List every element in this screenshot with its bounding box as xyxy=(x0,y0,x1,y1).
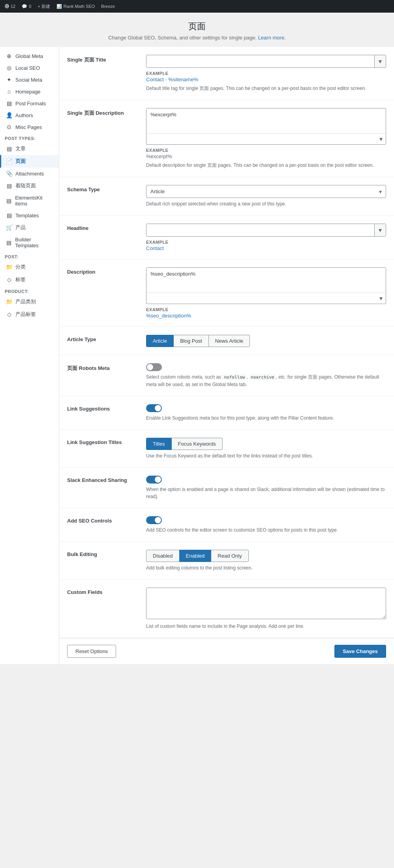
social-meta-icon: ✦ xyxy=(6,77,12,83)
post-formats-icon: ▤ xyxy=(6,100,12,106)
attachments-icon: 📎 xyxy=(6,170,12,177)
sidebar-label-builder-templates: Builder Templates xyxy=(15,237,54,248)
control-custom-fields: List of custom fields name to include in… xyxy=(146,588,386,630)
label-seo-controls: Add SEO Controls xyxy=(67,516,138,534)
label-schema-type: Schema Type xyxy=(67,185,138,207)
single-description-example-value: %excerpt% xyxy=(146,153,386,159)
row-custom-fields: Custom Fields List of custom fields name… xyxy=(59,580,394,638)
sidebar-item-authors[interactable]: 👤 Authors xyxy=(0,109,59,121)
sidebar-item-global-meta[interactable]: ⊕ Global Meta xyxy=(0,50,59,62)
sidebar-item-biaoqian[interactable]: ◇ 标签 xyxy=(0,273,59,286)
sidebar-item-chanpin-biaoqian[interactable]: ◇ 产品标签 xyxy=(0,308,59,321)
schema-type-help: Default rich snippet selected when creat… xyxy=(146,200,386,207)
reset-options-button[interactable]: Reset Options xyxy=(67,645,116,658)
label-slack-sharing: Slack Enhanced Sharing xyxy=(67,476,138,500)
seo-controls-toggle[interactable] xyxy=(146,516,162,524)
row-single-title: Single 页面 Title %title% %sep% %sitename%… xyxy=(59,47,394,100)
article-type-btn-group: Article Blog Post News Article xyxy=(146,335,386,347)
sidebar-label-chanpin: 产品 xyxy=(15,224,26,231)
sidebar-item-elementskit[interactable]: ▤ ElementsKit items xyxy=(0,192,59,209)
robots-meta-toggle[interactable] xyxy=(146,363,162,371)
admin-bar-new[interactable]: + 新建 xyxy=(38,4,50,9)
admin-bar-breeze[interactable]: Breeze xyxy=(101,4,115,9)
control-single-description: ▾ EXAMPLE %excerpt% Default description … xyxy=(146,108,386,169)
custom-fields-textarea[interactable] xyxy=(146,588,386,619)
description-textarea[interactable] xyxy=(146,268,386,291)
sidebar-item-homepage[interactable]: ⌂ Homepage xyxy=(0,86,59,97)
save-changes-button[interactable]: Save Changes xyxy=(334,645,386,658)
row-schema-type: Schema Type None Article BlogPosting New… xyxy=(59,177,394,216)
single-description-textarea[interactable] xyxy=(146,108,386,132)
control-bulk-editing: Disabled Enabled Read Only Add bulk edit… xyxy=(146,550,386,571)
headline-input[interactable]: %seo_title% xyxy=(146,224,374,236)
label-link-suggestions: Link Suggestions xyxy=(67,404,138,422)
schema-type-select[interactable]: None Article BlogPosting NewsArticle Web… xyxy=(146,185,375,198)
sidebar-item-fenlei[interactable]: 📁 分类 xyxy=(0,261,59,273)
description-dropdown-btn[interactable]: ▾ xyxy=(379,295,383,302)
content-area: Single 页面 Title %title% %sep% %sitename%… xyxy=(59,47,394,664)
link-suggestion-titles-btn-titles[interactable]: Titles xyxy=(146,438,172,450)
control-seo-controls: Add SEO controls for the editor screen t… xyxy=(146,516,386,534)
sidebar-item-social-meta[interactable]: ✦ Social Meta xyxy=(0,74,59,86)
link-suggestion-titles-btn-keywords[interactable]: Focus Keywords xyxy=(171,438,223,450)
slack-sharing-toggle[interactable] xyxy=(146,476,162,483)
learn-more-link[interactable]: Learn more xyxy=(258,35,284,41)
footer-bar: Reset Options Save Changes xyxy=(59,638,394,664)
chanpin-icon: 🛒 xyxy=(6,224,12,231)
sidebar-label-social-meta: Social Meta xyxy=(15,77,42,83)
bulk-editing-btn-enabled[interactable]: Enabled xyxy=(179,550,212,562)
single-description-dropdown-btn[interactable]: ▾ xyxy=(379,135,383,143)
admin-bar-notifications[interactable]: ⓬12 xyxy=(5,4,15,9)
sidebar-item-misc-pages[interactable]: ⊙ Misc Pages xyxy=(0,121,59,133)
yemian-icon: 📄 xyxy=(6,158,12,164)
authors-icon: 👤 xyxy=(6,112,12,118)
page-header: 页面 Change Global SEO, Schema, and other … xyxy=(0,13,394,47)
sidebar-label-yemian: 页面 xyxy=(15,158,26,165)
admin-bar-comments[interactable]: 💬0 xyxy=(22,4,31,9)
bulk-editing-btn-group: Disabled Enabled Read Only xyxy=(146,550,386,562)
article-type-btn-newsarticle[interactable]: News Article xyxy=(208,335,250,347)
row-robots-meta: 页面 Robots Meta Select custom robots meta… xyxy=(59,355,394,396)
link-suggestions-toggle[interactable] xyxy=(146,404,162,412)
sidebar-item-attachments[interactable]: 📎 Attachments xyxy=(0,168,59,179)
control-link-suggestion-titles: Titles Focus Keywords Use the Focus Keyw… xyxy=(146,438,386,459)
single-description-example-label: EXAMPLE xyxy=(146,148,386,153)
schema-type-select-wrapper: None Article BlogPosting NewsArticle Web… xyxy=(146,185,386,198)
admin-bar: ⓬12 💬0 + 新建 📊Rank Math SEO Breeze xyxy=(0,0,394,13)
sidebar-item-chanpin-leibie[interactable]: 📁 产品类别 xyxy=(0,295,59,308)
label-bulk-editing: Bulk Editing xyxy=(67,550,138,571)
sidebar-item-post-formats[interactable]: ▤ Post Formats xyxy=(0,97,59,109)
admin-bar-rankmath[interactable]: 📊Rank Math SEO xyxy=(56,4,95,9)
sidebar-item-local-seo[interactable]: ◎ Local SEO xyxy=(0,62,59,74)
seo-controls-toggle-knob xyxy=(155,517,161,523)
sidebar-label-post-formats: Post Formats xyxy=(15,101,46,106)
bulk-editing-btn-readonly[interactable]: Read Only xyxy=(211,550,248,562)
sidebar-item-zhuoluye[interactable]: ▤ 着陆页面 xyxy=(0,179,59,192)
sidebar-item-templates[interactable]: ▤ Templates xyxy=(0,209,59,221)
sidebar-item-chanpin[interactable]: 🛒 产品 xyxy=(0,221,59,234)
description-example-value: %seo_description% xyxy=(146,313,386,319)
control-headline: %seo_title% ▾ EXAMPLE Contact xyxy=(146,224,386,251)
global-meta-icon: ⊕ xyxy=(6,53,12,59)
article-type-btn-article[interactable]: Article xyxy=(146,335,174,347)
control-description: ▾ EXAMPLE %seo_description% xyxy=(146,267,386,319)
single-title-input-wrapper: %title% %sep% %sitename% ▾ xyxy=(146,55,386,68)
post-section-label: Post: xyxy=(0,251,59,261)
link-suggestion-titles-btn-group: Titles Focus Keywords xyxy=(146,438,386,450)
sidebar-item-yemian[interactable]: 📄 页面 xyxy=(0,155,59,168)
headline-dropdown-btn[interactable]: ▾ xyxy=(374,224,386,236)
sidebar-label-biaoqian: 标签 xyxy=(15,276,26,283)
row-headline: Headline %seo_title% ▾ EXAMPLE Contact xyxy=(59,216,394,259)
sidebar-item-wenzhang[interactable]: ▤ 文章 xyxy=(0,142,59,155)
robots-meta-help: Select custom robots meta, such as nofol… xyxy=(146,373,386,388)
sidebar-item-builder-templates[interactable]: ▤ Builder Templates xyxy=(0,234,59,251)
headline-example-value: Contact xyxy=(146,245,386,251)
slack-sharing-help: When the option is enabled and a page is… xyxy=(146,486,386,500)
sidebar-label-fenlei: 分类 xyxy=(15,263,26,271)
local-seo-icon: ◎ xyxy=(6,65,12,71)
single-title-dropdown-btn[interactable]: ▾ xyxy=(374,55,386,67)
single-title-input[interactable]: %title% %sep% %sitename% xyxy=(146,55,374,67)
robots-meta-toggle-knob xyxy=(147,364,153,370)
bulk-editing-btn-disabled[interactable]: Disabled xyxy=(146,550,180,562)
article-type-btn-blogpost[interactable]: Blog Post xyxy=(173,335,209,347)
